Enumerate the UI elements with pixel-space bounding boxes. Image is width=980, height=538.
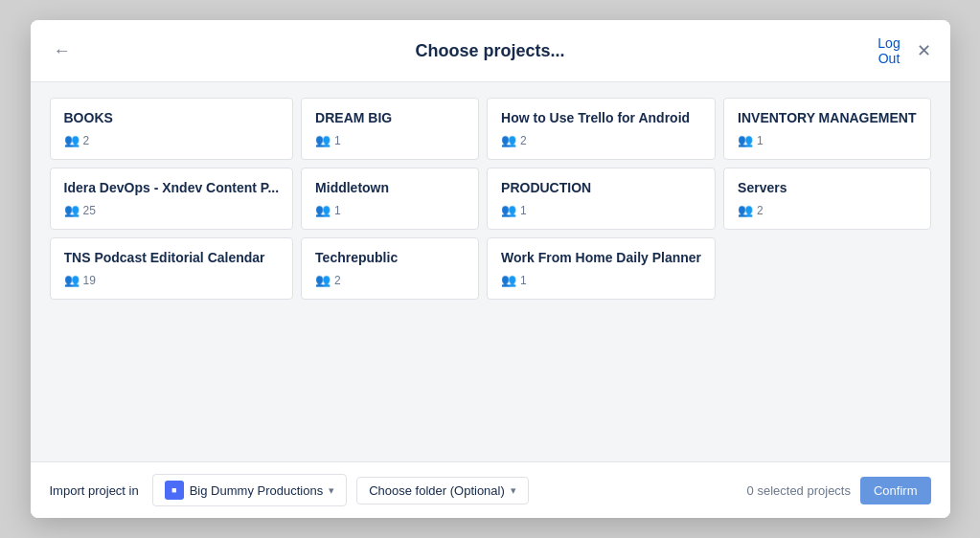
- import-label: Import project in: [50, 483, 139, 498]
- confirm-button[interactable]: Confirm: [860, 477, 931, 504]
- chevron-down-icon-2: ▾: [511, 484, 516, 497]
- member-count: 1: [757, 134, 763, 147]
- project-name: BOOKS: [64, 110, 280, 125]
- members-icon: 👥: [64, 203, 80, 217]
- members-icon: 👥: [64, 133, 80, 147]
- project-members: 👥1: [315, 203, 465, 217]
- project-name: TNS Podcast Editorial Calendar: [64, 250, 280, 265]
- project-card[interactable]: Middletown👥1: [301, 168, 479, 230]
- members-icon: 👥: [501, 133, 516, 147]
- folder-dropdown[interactable]: Choose folder (Optional) ▾: [356, 477, 529, 504]
- member-count: 1: [520, 204, 527, 217]
- logout-button[interactable]: Log Out: [874, 35, 905, 66]
- project-members: 👥2: [738, 203, 916, 217]
- member-count: 2: [83, 134, 90, 147]
- members-icon: 👥: [738, 203, 753, 217]
- member-count: 2: [334, 274, 341, 287]
- selected-count: 0 selected projects: [747, 483, 851, 498]
- project-name: INVENTORY MANAGEMENT: [738, 110, 916, 125]
- project-name: PRODUCTION: [501, 180, 701, 195]
- project-name: Work From Home Daily Planner: [501, 250, 701, 265]
- members-icon: 👥: [501, 273, 516, 287]
- project-card[interactable]: Servers👥2: [723, 168, 930, 230]
- member-count: 2: [520, 134, 527, 147]
- project-members: 👥1: [315, 133, 465, 147]
- project-members: 👥1: [738, 133, 916, 147]
- member-count: 1: [520, 274, 527, 287]
- project-members: 👥1: [501, 203, 701, 217]
- org-icon: ■: [165, 481, 184, 500]
- project-card[interactable]: PRODUCTION👥1: [487, 168, 716, 230]
- project-name: Servers: [738, 180, 916, 195]
- members-icon: 👥: [501, 203, 516, 217]
- project-name: Idera DevOps - Xndev Content P...: [64, 180, 280, 195]
- close-button[interactable]: ✕: [917, 40, 931, 61]
- members-icon: 👥: [315, 273, 330, 287]
- project-name: Middletown: [315, 180, 465, 195]
- project-card[interactable]: DREAM BIG👥1: [301, 98, 479, 160]
- project-card[interactable]: TNS Podcast Editorial Calendar👥19: [50, 237, 294, 300]
- member-count: 1: [334, 134, 341, 147]
- project-members: 👥25: [64, 203, 280, 217]
- project-members: 👥19: [64, 273, 280, 287]
- project-card[interactable]: How to Use Trello for Android👥2: [487, 98, 716, 160]
- project-name: DREAM BIG: [315, 110, 465, 125]
- org-dropdown[interactable]: ■ Big Dummy Productions ▾: [152, 474, 347, 506]
- members-icon: 👥: [64, 273, 80, 287]
- modal-title: Choose projects...: [107, 41, 874, 61]
- modal-header: ← Choose projects... Log Out ✕: [31, 20, 950, 82]
- project-members: 👥2: [315, 273, 465, 287]
- project-members: 👥1: [501, 273, 701, 287]
- member-count: 25: [83, 204, 96, 217]
- project-card[interactable]: BOOKS👥2: [50, 98, 294, 160]
- header-right: Log Out ✕: [874, 35, 931, 66]
- member-count: 2: [757, 204, 763, 217]
- member-count: 19: [83, 274, 96, 287]
- members-icon: 👥: [738, 133, 753, 147]
- back-button[interactable]: ←: [50, 37, 75, 65]
- project-name: How to Use Trello for Android: [501, 110, 701, 125]
- project-members: 👥2: [501, 133, 701, 147]
- project-card[interactable]: Work From Home Daily Planner👥1: [487, 237, 716, 300]
- modal-footer: Import project in ■ Big Dummy Production…: [31, 461, 950, 518]
- project-card[interactable]: Idera DevOps - Xndev Content P...👥25: [50, 168, 294, 230]
- header-left: ←: [50, 37, 107, 65]
- chevron-down-icon: ▾: [329, 484, 334, 497]
- project-members: 👥2: [64, 133, 280, 147]
- org-name: Big Dummy Productions: [190, 483, 323, 498]
- project-card[interactable]: Techrepublic👥2: [301, 237, 479, 300]
- members-icon: 👥: [315, 133, 330, 147]
- member-count: 1: [334, 204, 341, 217]
- folder-placeholder: Choose folder (Optional): [369, 483, 505, 498]
- project-name: Techrepublic: [315, 250, 465, 265]
- choose-projects-modal: ← Choose projects... Log Out ✕ BOOKS👥2DR…: [31, 20, 950, 518]
- project-card[interactable]: INVENTORY MANAGEMENT👥1: [723, 98, 930, 160]
- modal-content: BOOKS👥2DREAM BIG👥1How to Use Trello for …: [31, 82, 950, 461]
- projects-grid: BOOKS👥2DREAM BIG👥1How to Use Trello for …: [50, 98, 931, 300]
- members-icon: 👥: [315, 203, 330, 217]
